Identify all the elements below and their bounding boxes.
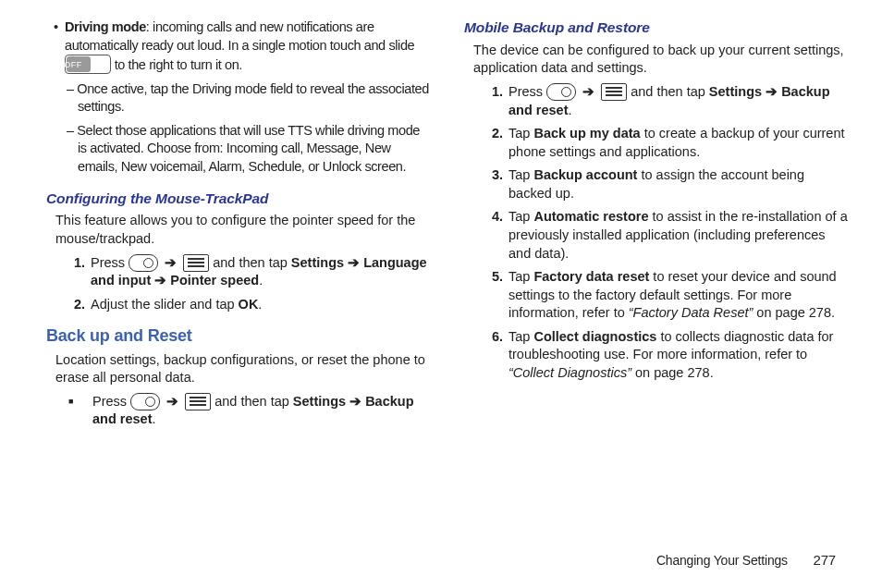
step-body: Tap Back up my data to create a backup o… [508, 125, 850, 161]
text: on page 278. [631, 365, 714, 380]
footer-title: Changing Your Settings [656, 553, 788, 568]
driving-mode-bullet: Driving mode: incoming calls and new not… [46, 18, 432, 75]
text: Press [508, 84, 546, 99]
config-step1: 1. Press ➔ and then tap Settings ➔ Langu… [61, 254, 432, 290]
bold: Backup account [533, 167, 637, 182]
text: Tap [508, 329, 533, 344]
step-number: 1. [479, 83, 503, 119]
step-body: Press ➔ and then tap Settings ➔ Language… [91, 254, 432, 290]
driving-mode-text2: to the right to turn it on. [115, 57, 242, 72]
step-number: 3. [479, 166, 503, 202]
step-body: Press ➔ and then tap Settings ➔ Backup a… [92, 393, 432, 429]
home-icon [129, 254, 158, 272]
bold: Factory data reset [533, 269, 649, 284]
text: Tap [508, 209, 533, 224]
config-intro: This feature allows you to configure the… [55, 212, 432, 248]
home-icon [130, 393, 160, 410]
bold: Automatic restore [533, 209, 648, 224]
right-column: Mobile Backup and Restore The device can… [464, 18, 850, 555]
text: . [152, 411, 155, 426]
menu-icon [601, 83, 627, 101]
step-body: Tap Collect diagnostics to collects diag… [508, 328, 850, 383]
step-number: 4. [479, 208, 503, 263]
backup-step: ■ Press ➔ and then tap Settings ➔ Backup… [68, 393, 432, 429]
mbr-intro: The device can be configured to back up … [473, 42, 850, 78]
step-number: 2. [479, 125, 503, 161]
text: and then tap [214, 394, 293, 409]
text: Tap [508, 167, 533, 182]
bold: Settings [291, 255, 344, 270]
cross-ref: “Collect Diagnostics” [508, 365, 631, 380]
step-body: Tap Backup account to assign the account… [508, 166, 850, 202]
backup-intro: Location settings, backup configurations… [55, 351, 432, 387]
step-body: Press ➔ and then tap Settings ➔ Backup a… [508, 83, 850, 119]
home-icon [546, 83, 576, 101]
page-number: 277 [814, 552, 836, 568]
off-toggle: OFF [65, 55, 111, 74]
mbr-step2: 2. Tap Back up my data to create a backu… [479, 125, 850, 161]
bold: Pointer speed [170, 273, 259, 288]
text: . [259, 273, 263, 288]
menu-icon [185, 393, 211, 410]
page-footer: Changing Your Settings 277 [656, 551, 836, 570]
driving-sub1: Once active, tap the Driving mode field … [46, 80, 432, 116]
mbr-step1: 1. Press ➔ and then tap Settings ➔ Backu… [479, 83, 850, 119]
step-body: Tap Factory data reset to reset your dev… [508, 268, 850, 323]
toggle-label: OFF [67, 56, 91, 72]
config-step2: 2. Adjust the slider and tap OK. [61, 296, 432, 314]
bold: ➔ [151, 273, 170, 288]
menu-icon [183, 254, 209, 272]
bold: OK [239, 297, 259, 312]
text: and then tap [631, 84, 709, 99]
mbr-step6: 6. Tap Collect diagnostics to collects d… [479, 328, 850, 383]
left-column: Driving mode: incoming calls and new not… [46, 18, 432, 555]
mbr-step4: 4. Tap Automatic restore to assist in th… [479, 208, 850, 263]
mbr-heading: Mobile Backup and Restore [464, 18, 850, 38]
bold: Settings [293, 394, 346, 409]
text: Adjust the slider and tap [91, 297, 239, 312]
step-number: 1. [61, 254, 85, 290]
text: Tap [508, 126, 533, 141]
driving-mode-label: Driving mode [65, 19, 146, 34]
bold: Collect diagnostics [533, 329, 656, 344]
bold: ➔ [346, 394, 365, 409]
bold: Back up my data [533, 126, 640, 141]
config-heading: Configuring the Mouse-TrackPad [46, 190, 432, 209]
bold: ➔ [344, 255, 363, 270]
text: . [568, 103, 571, 117]
square-bullet-icon: ■ [68, 396, 92, 432]
text: Press [92, 394, 130, 409]
bold: ➔ [762, 84, 781, 99]
step-number: 6. [479, 328, 503, 383]
arrow-icon: ➔ [166, 394, 178, 409]
text: and then tap [213, 255, 291, 270]
arrow-icon: ➔ [582, 84, 594, 99]
cross-ref: “Factory Data Reset” [629, 305, 753, 320]
mbr-step3: 3. Tap Backup account to assign the acco… [479, 166, 850, 202]
step-number: 5. [479, 268, 503, 323]
step-number: 2. [61, 296, 85, 314]
text: Press [91, 255, 129, 270]
bold: Settings [709, 84, 762, 99]
step-body: Adjust the slider and tap OK. [91, 296, 432, 314]
mbr-step5: 5. Tap Factory data reset to reset your … [479, 268, 850, 323]
text: Tap [508, 269, 533, 284]
text: . [258, 297, 262, 312]
step-body: Tap Automatic restore to assist in the r… [508, 208, 850, 263]
arrow-icon: ➔ [165, 255, 177, 270]
text: on page 278. [753, 305, 835, 320]
page: Driving mode: incoming calls and new not… [0, 0, 882, 555]
backup-heading: Back up and Reset [46, 325, 432, 347]
driving-sub2: Select those applications that will use … [46, 122, 432, 177]
